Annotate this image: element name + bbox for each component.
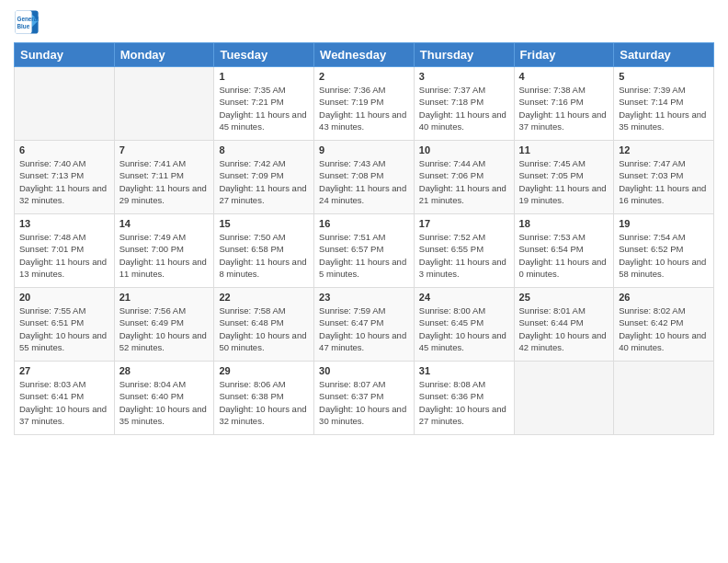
calendar-header-sunday: Sunday xyxy=(15,43,115,67)
calendar-day-cell: 13Sunrise: 7:48 AM Sunset: 7:01 PM Dayli… xyxy=(15,214,115,288)
calendar-header-friday: Friday xyxy=(514,43,614,67)
day-number: 1 xyxy=(219,71,309,82)
calendar-day-cell: 14Sunrise: 7:49 AM Sunset: 7:00 PM Dayli… xyxy=(114,214,214,288)
calendar-day-cell: 11Sunrise: 7:45 AM Sunset: 7:05 PM Dayli… xyxy=(514,141,614,214)
calendar-day-cell: 29Sunrise: 8:06 AM Sunset: 6:38 PM Dayli… xyxy=(214,362,314,435)
day-detail: Sunrise: 7:40 AM Sunset: 7:13 PM Dayligh… xyxy=(19,157,109,206)
day-number: 24 xyxy=(419,292,509,303)
day-number: 14 xyxy=(119,218,210,229)
day-number: 2 xyxy=(319,71,409,82)
calendar-week-row: 13Sunrise: 7:48 AM Sunset: 7:01 PM Dayli… xyxy=(15,214,714,288)
day-detail: Sunrise: 7:55 AM Sunset: 6:51 PM Dayligh… xyxy=(19,304,109,353)
day-detail: Sunrise: 7:49 AM Sunset: 7:00 PM Dayligh… xyxy=(119,231,210,280)
day-detail: Sunrise: 7:44 AM Sunset: 7:06 PM Dayligh… xyxy=(419,157,509,206)
day-detail: Sunrise: 7:36 AM Sunset: 7:19 PM Dayligh… xyxy=(319,84,409,132)
day-detail: Sunrise: 8:00 AM Sunset: 6:45 PM Dayligh… xyxy=(419,304,509,353)
svg-rect-2 xyxy=(15,10,31,33)
day-number: 26 xyxy=(619,292,709,303)
day-number: 23 xyxy=(319,292,409,303)
day-number: 9 xyxy=(319,144,409,155)
calendar-day-cell: 5Sunrise: 7:39 AM Sunset: 7:14 PM Daylig… xyxy=(614,67,714,141)
day-number: 19 xyxy=(619,218,709,229)
day-number: 12 xyxy=(619,144,709,155)
day-number: 18 xyxy=(519,218,609,229)
day-number: 29 xyxy=(219,365,309,376)
calendar-day-cell: 27Sunrise: 8:03 AM Sunset: 6:41 PM Dayli… xyxy=(15,362,115,435)
calendar-header-tuesday: Tuesday xyxy=(214,43,314,67)
day-detail: Sunrise: 7:51 AM Sunset: 6:57 PM Dayligh… xyxy=(319,231,409,280)
calendar-day-cell: 25Sunrise: 8:01 AM Sunset: 6:44 PM Dayli… xyxy=(514,288,614,362)
svg-text:Blue: Blue xyxy=(17,23,30,29)
day-number: 28 xyxy=(119,365,210,376)
calendar-day-cell xyxy=(614,362,714,435)
calendar-day-cell: 2Sunrise: 7:36 AM Sunset: 7:19 PM Daylig… xyxy=(314,67,415,141)
day-detail: Sunrise: 8:06 AM Sunset: 6:38 PM Dayligh… xyxy=(219,378,309,427)
calendar-day-cell: 3Sunrise: 7:37 AM Sunset: 7:18 PM Daylig… xyxy=(414,67,514,141)
day-number: 16 xyxy=(319,218,409,229)
day-number: 7 xyxy=(119,144,210,155)
day-number: 13 xyxy=(19,218,109,229)
day-detail: Sunrise: 7:45 AM Sunset: 7:05 PM Dayligh… xyxy=(519,157,609,206)
calendar-header-saturday: Saturday xyxy=(614,43,714,67)
page: General Blue SundayMondayTuesdayWednesda… xyxy=(0,0,728,563)
day-number: 11 xyxy=(519,144,609,155)
calendar-day-cell: 19Sunrise: 7:54 AM Sunset: 6:52 PM Dayli… xyxy=(614,214,714,288)
day-detail: Sunrise: 7:53 AM Sunset: 6:54 PM Dayligh… xyxy=(519,231,609,280)
day-number: 6 xyxy=(19,144,109,155)
calendar-day-cell xyxy=(114,67,214,141)
day-detail: Sunrise: 7:41 AM Sunset: 7:11 PM Dayligh… xyxy=(119,157,210,206)
day-number: 17 xyxy=(419,218,509,229)
header: General Blue xyxy=(14,9,714,35)
calendar-day-cell: 31Sunrise: 8:08 AM Sunset: 6:36 PM Dayli… xyxy=(414,362,514,435)
day-number: 10 xyxy=(419,144,509,155)
calendar-day-cell xyxy=(514,362,614,435)
day-number: 15 xyxy=(219,218,309,229)
calendar-header-monday: Monday xyxy=(114,43,214,67)
calendar-week-row: 1Sunrise: 7:35 AM Sunset: 7:21 PM Daylig… xyxy=(15,67,714,141)
calendar-day-cell: 21Sunrise: 7:56 AM Sunset: 6:49 PM Dayli… xyxy=(114,288,214,362)
day-detail: Sunrise: 7:47 AM Sunset: 7:03 PM Dayligh… xyxy=(619,157,709,206)
calendar-day-cell: 12Sunrise: 7:47 AM Sunset: 7:03 PM Dayli… xyxy=(614,141,714,214)
day-number: 27 xyxy=(19,365,109,376)
logo-icon: General Blue xyxy=(14,9,40,35)
calendar-day-cell: 8Sunrise: 7:42 AM Sunset: 7:09 PM Daylig… xyxy=(214,141,314,214)
calendar-day-cell: 22Sunrise: 7:58 AM Sunset: 6:48 PM Dayli… xyxy=(214,288,314,362)
calendar-header-wednesday: Wednesday xyxy=(314,43,415,67)
logo: General Blue xyxy=(14,9,43,35)
day-detail: Sunrise: 7:48 AM Sunset: 7:01 PM Dayligh… xyxy=(19,231,109,280)
day-detail: Sunrise: 8:08 AM Sunset: 6:36 PM Dayligh… xyxy=(419,378,509,427)
calendar-day-cell: 1Sunrise: 7:35 AM Sunset: 7:21 PM Daylig… xyxy=(214,67,314,141)
calendar-day-cell: 30Sunrise: 8:07 AM Sunset: 6:37 PM Dayli… xyxy=(314,362,415,435)
day-detail: Sunrise: 7:59 AM Sunset: 6:47 PM Dayligh… xyxy=(319,304,409,353)
day-detail: Sunrise: 8:01 AM Sunset: 6:44 PM Dayligh… xyxy=(519,304,609,353)
calendar-day-cell: 4Sunrise: 7:38 AM Sunset: 7:16 PM Daylig… xyxy=(514,67,614,141)
day-number: 3 xyxy=(419,71,509,82)
day-detail: Sunrise: 7:42 AM Sunset: 7:09 PM Dayligh… xyxy=(219,157,309,206)
day-detail: Sunrise: 7:43 AM Sunset: 7:08 PM Dayligh… xyxy=(319,157,409,206)
calendar: SundayMondayTuesdayWednesdayThursdayFrid… xyxy=(14,42,714,435)
calendar-day-cell: 6Sunrise: 7:40 AM Sunset: 7:13 PM Daylig… xyxy=(15,141,115,214)
day-detail: Sunrise: 8:03 AM Sunset: 6:41 PM Dayligh… xyxy=(19,378,109,427)
calendar-day-cell: 9Sunrise: 7:43 AM Sunset: 7:08 PM Daylig… xyxy=(314,141,415,214)
calendar-day-cell: 16Sunrise: 7:51 AM Sunset: 6:57 PM Dayli… xyxy=(314,214,415,288)
day-detail: Sunrise: 7:58 AM Sunset: 6:48 PM Dayligh… xyxy=(219,304,309,353)
calendar-day-cell xyxy=(15,67,115,141)
calendar-day-cell: 7Sunrise: 7:41 AM Sunset: 7:11 PM Daylig… xyxy=(114,141,214,214)
day-number: 5 xyxy=(619,71,709,82)
day-detail: Sunrise: 7:39 AM Sunset: 7:14 PM Dayligh… xyxy=(619,84,709,132)
calendar-header-thursday: Thursday xyxy=(414,43,514,67)
calendar-week-row: 20Sunrise: 7:55 AM Sunset: 6:51 PM Dayli… xyxy=(15,288,714,362)
day-number: 25 xyxy=(519,292,609,303)
day-detail: Sunrise: 7:54 AM Sunset: 6:52 PM Dayligh… xyxy=(619,231,709,280)
day-number: 21 xyxy=(119,292,210,303)
day-number: 4 xyxy=(519,71,609,82)
svg-text:General: General xyxy=(17,16,40,22)
calendar-day-cell: 24Sunrise: 8:00 AM Sunset: 6:45 PM Dayli… xyxy=(414,288,514,362)
calendar-week-row: 27Sunrise: 8:03 AM Sunset: 6:41 PM Dayli… xyxy=(15,362,714,435)
day-detail: Sunrise: 7:52 AM Sunset: 6:55 PM Dayligh… xyxy=(419,231,509,280)
day-detail: Sunrise: 8:02 AM Sunset: 6:42 PM Dayligh… xyxy=(619,304,709,353)
calendar-day-cell: 17Sunrise: 7:52 AM Sunset: 6:55 PM Dayli… xyxy=(414,214,514,288)
calendar-header-row: SundayMondayTuesdayWednesdayThursdayFrid… xyxy=(15,43,714,67)
calendar-day-cell: 10Sunrise: 7:44 AM Sunset: 7:06 PM Dayli… xyxy=(414,141,514,214)
day-number: 31 xyxy=(419,365,509,376)
